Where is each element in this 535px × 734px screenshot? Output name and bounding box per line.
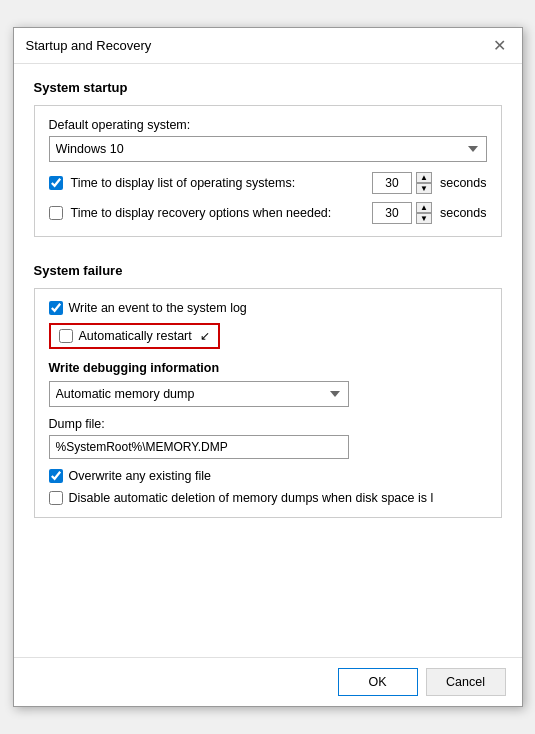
auto-restart-checkbox[interactable]: [59, 329, 73, 343]
recovery-spinner-btns: ▲ ▼: [416, 202, 432, 224]
display-list-checkbox[interactable]: [49, 176, 63, 190]
overwrite-label: Overwrite any existing file: [69, 469, 211, 483]
recovery-value[interactable]: [372, 202, 412, 224]
display-list-spinner: ▲ ▼: [372, 172, 432, 194]
dialog-footer: OK Cancel: [14, 657, 522, 706]
auto-restart-highlight: Automatically restart ↙: [49, 323, 220, 349]
debug-dropdown[interactable]: Automatic memory dump Complete memory du…: [49, 381, 349, 407]
recovery-checkbox[interactable]: [49, 206, 63, 220]
dialog-title: Startup and Recovery: [26, 38, 152, 53]
write-event-label: Write an event to the system log: [69, 301, 247, 315]
cursor-pointer: ↙: [200, 329, 210, 343]
system-startup-box: Default operating system: Windows 10 Tim…: [34, 105, 502, 237]
dialog-content: System startup Default operating system:…: [14, 64, 522, 657]
disable-auto-delete-checkbox[interactable]: [49, 491, 63, 505]
auto-restart-label: Automatically restart: [79, 329, 192, 343]
display-list-value[interactable]: [372, 172, 412, 194]
ok-button[interactable]: OK: [338, 668, 418, 696]
recovery-options-row: Time to display recovery options when ne…: [49, 202, 487, 224]
recovery-down[interactable]: ▼: [416, 213, 432, 224]
overwrite-row: Overwrite any existing file: [49, 469, 487, 483]
startup-recovery-dialog: Startup and Recovery ✕ System startup De…: [13, 27, 523, 707]
dump-file-input[interactable]: [49, 435, 349, 459]
system-failure-section: System failure Write an event to the sys…: [34, 263, 502, 518]
system-startup-section: System startup Default operating system:…: [34, 80, 502, 237]
overwrite-checkbox[interactable]: [49, 469, 63, 483]
recovery-spinner: ▲ ▼: [372, 202, 432, 224]
display-list-row: Time to display list of operating system…: [49, 172, 487, 194]
dump-file-label: Dump file:: [49, 417, 487, 431]
display-list-up[interactable]: ▲: [416, 172, 432, 183]
os-dropdown[interactable]: Windows 10: [49, 136, 487, 162]
system-startup-label: System startup: [34, 80, 502, 95]
recovery-unit: seconds: [440, 206, 487, 220]
system-failure-label: System failure: [34, 263, 502, 278]
recovery-label: Time to display recovery options when ne…: [71, 206, 364, 220]
close-button[interactable]: ✕: [490, 36, 510, 56]
write-event-checkbox[interactable]: [49, 301, 63, 315]
debug-info-label: Write debugging information: [49, 361, 487, 375]
disable-auto-delete-label: Disable automatic deletion of memory dum…: [69, 491, 434, 505]
display-list-spinner-btns: ▲ ▼: [416, 172, 432, 194]
cancel-button[interactable]: Cancel: [426, 668, 506, 696]
disable-auto-delete-row: Disable automatic deletion of memory dum…: [49, 491, 487, 505]
os-dropdown-label: Default operating system:: [49, 118, 487, 132]
write-event-row: Write an event to the system log: [49, 301, 487, 315]
debug-dropdown-row: Automatic memory dump Complete memory du…: [49, 381, 487, 407]
display-list-unit: seconds: [440, 176, 487, 190]
display-list-label: Time to display list of operating system…: [71, 176, 364, 190]
recovery-up[interactable]: ▲: [416, 202, 432, 213]
system-failure-box: Write an event to the system log Automat…: [34, 288, 502, 518]
title-bar: Startup and Recovery ✕: [14, 28, 522, 64]
display-list-down[interactable]: ▼: [416, 183, 432, 194]
